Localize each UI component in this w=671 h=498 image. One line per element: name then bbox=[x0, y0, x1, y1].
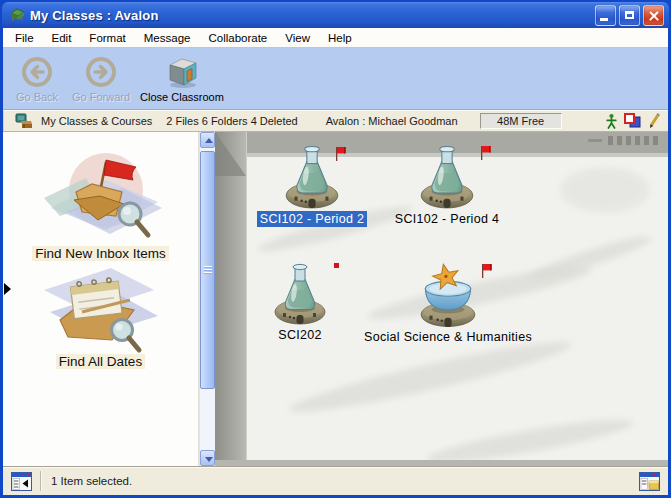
back-arrow-circle-icon bbox=[20, 53, 54, 90]
selection-status: 1 Item selected. bbox=[51, 475, 639, 487]
maximize-icon bbox=[625, 11, 634, 19]
flask-course-icon bbox=[271, 262, 329, 326]
sidebar-item-find-all-dates[interactable]: Find All Dates bbox=[3, 260, 198, 369]
classroom-building-icon bbox=[164, 53, 200, 90]
go-forward-button[interactable]: Go Forward bbox=[69, 53, 133, 103]
course-item-social-science[interactable]: Social Science & Humanities bbox=[342, 262, 554, 345]
go-back-button[interactable]: Go Back bbox=[9, 53, 65, 103]
layered-windows-icon[interactable] bbox=[624, 113, 641, 128]
starfish-bowl-course-icon bbox=[417, 262, 479, 328]
flask-course-icon bbox=[282, 144, 342, 210]
toggle-sidebar-icon[interactable] bbox=[11, 472, 32, 491]
maximize-button[interactable] bbox=[619, 5, 640, 26]
floor-shadow bbox=[286, 332, 574, 423]
menu-message[interactable]: Message bbox=[135, 30, 200, 46]
app-window: My Classes : Avalon File Edit Format Mes… bbox=[0, 0, 671, 498]
toggle-split-view-icon[interactable] bbox=[639, 472, 660, 491]
flask-course-icon bbox=[417, 144, 477, 210]
menu-collaborate[interactable]: Collaborate bbox=[199, 30, 276, 46]
classroom-view[interactable]: SCI102 - Period 2 SCI102 - Period 4 SCI2… bbox=[215, 132, 668, 466]
menu-help[interactable]: Help bbox=[319, 30, 361, 46]
account-label: Avalon : Michael Goodman bbox=[326, 115, 458, 127]
scroll-down-button[interactable] bbox=[200, 450, 215, 466]
close-button[interactable] bbox=[643, 5, 664, 26]
forward-arrow-circle-icon bbox=[84, 53, 118, 90]
item-counts-label: 2 Files 6 Folders 4 Deleted bbox=[166, 115, 297, 127]
scrollbar-thumb[interactable] bbox=[200, 151, 215, 389]
floor-shadow bbox=[425, 412, 636, 466]
sidebar-scrollbar[interactable] bbox=[199, 132, 215, 466]
floor-shadow bbox=[560, 167, 650, 213]
info-bar: My Classes & Courses 2 Files 6 Folders 4… bbox=[3, 110, 668, 132]
content-area: Find New Inbox Items bbox=[3, 132, 668, 466]
window-title: My Classes : Avalon bbox=[30, 8, 595, 23]
panel-collapse-arrow[interactable] bbox=[4, 283, 11, 295]
minimize-icon bbox=[600, 18, 608, 21]
menu-edit[interactable]: Edit bbox=[43, 30, 81, 46]
wall-marks-decoration bbox=[608, 136, 660, 145]
chevron-down-icon bbox=[205, 457, 213, 462]
sidebar-item-label[interactable]: Find New Inbox Items bbox=[32, 246, 169, 261]
free-space-indicator: 48M Free bbox=[480, 113, 562, 129]
course-label[interactable]: SCI102 - Period 2 bbox=[257, 211, 367, 227]
go-forward-label: Go Forward bbox=[72, 91, 130, 103]
edit-pencil-icon[interactable] bbox=[648, 113, 660, 129]
scroll-up-button[interactable] bbox=[200, 132, 215, 148]
divider bbox=[40, 471, 41, 491]
app-logo-icon bbox=[9, 7, 26, 23]
course-label[interactable]: Social Science & Humanities bbox=[361, 329, 535, 345]
course-item-sci102-period4[interactable]: SCI102 - Period 4 bbox=[367, 144, 527, 227]
course-label[interactable]: SCI102 - Period 4 bbox=[392, 211, 502, 227]
scrollbar-grip bbox=[204, 266, 212, 274]
close-classroom-label: Close Classroom bbox=[140, 91, 224, 103]
classroom-floor-edge bbox=[215, 460, 668, 466]
minimize-button[interactable] bbox=[595, 5, 616, 26]
sidebar-panel: Find New Inbox Items bbox=[3, 132, 199, 466]
toolbar: Go Back Go Forward bbox=[3, 48, 668, 110]
titlebar[interactable]: My Classes : Avalon bbox=[2, 2, 669, 28]
status-bar: 1 Item selected. bbox=[3, 466, 668, 495]
location-label[interactable]: My Classes & Courses bbox=[41, 115, 152, 127]
menu-bar: File Edit Format Message Collaborate Vie… bbox=[3, 28, 668, 48]
calendar-search-icon bbox=[26, 260, 176, 358]
classroom-desk-icon bbox=[15, 113, 33, 129]
course-label[interactable]: SCI202 bbox=[275, 327, 325, 343]
menu-file[interactable]: File bbox=[6, 30, 43, 46]
online-user-icon[interactable] bbox=[606, 113, 617, 129]
menu-view[interactable]: View bbox=[276, 30, 319, 46]
close-classroom-button[interactable]: Close Classroom bbox=[137, 53, 227, 103]
wall-marks-decoration bbox=[588, 139, 602, 142]
menu-format[interactable]: Format bbox=[80, 30, 134, 46]
sidebar-item-label[interactable]: Find All Dates bbox=[56, 354, 145, 369]
sidebar-item-find-new-inbox[interactable]: Find New Inbox Items bbox=[3, 150, 198, 261]
folder-flag-search-icon bbox=[26, 150, 176, 250]
go-back-label: Go Back bbox=[16, 91, 58, 103]
chevron-up-icon bbox=[205, 138, 213, 143]
